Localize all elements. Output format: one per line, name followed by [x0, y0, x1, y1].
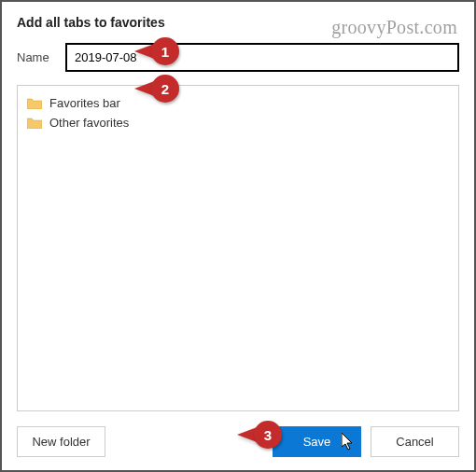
dialog-title: Add all tabs to favorites: [17, 15, 459, 30]
save-button[interactable]: Save: [273, 426, 361, 457]
folder-icon: [27, 97, 42, 109]
folder-label: Favorites bar: [49, 96, 120, 110]
folder-tree[interactable]: Favorites bar Other favorites: [17, 85, 459, 411]
name-label: Name: [17, 50, 54, 64]
new-folder-button[interactable]: New folder: [17, 426, 105, 457]
name-row: Name: [17, 43, 459, 72]
folder-icon: [27, 117, 42, 129]
cancel-button[interactable]: Cancel: [371, 426, 459, 457]
name-input[interactable]: [65, 43, 459, 72]
folder-label: Other favorites: [49, 116, 129, 130]
folder-item-favorites-bar[interactable]: Favorites bar: [23, 93, 453, 113]
folder-item-other-favorites[interactable]: Other favorites: [23, 113, 453, 132]
button-row: New folder Save Cancel: [17, 426, 459, 457]
